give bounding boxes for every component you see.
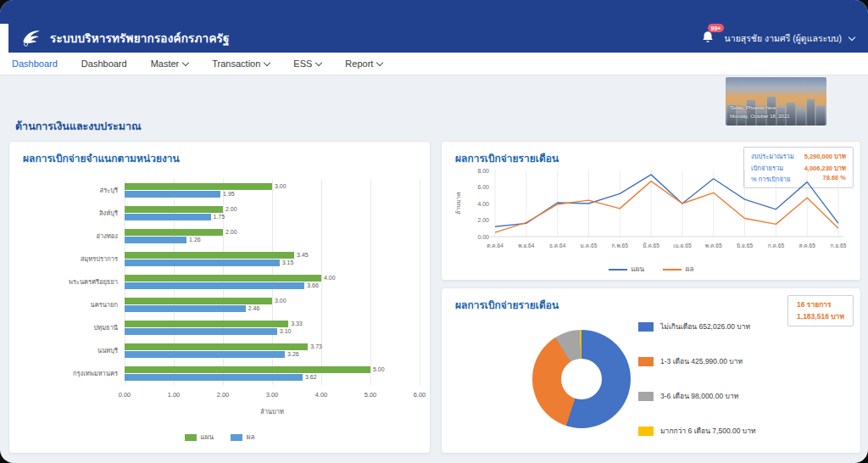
line-chart: 0.002.004.006.008.00ล้านบาทต.ค.64พ.ย.64ธ… <box>448 164 854 262</box>
bar-segment <box>125 206 223 213</box>
legend-swatch <box>638 357 654 366</box>
x-axis-label: ล้านบาท <box>125 406 420 416</box>
stat-label: งบประมาณรวม <box>751 151 794 161</box>
section-title: ด้านการเงินและงบประมาณ <box>15 118 142 135</box>
app-header: ระบบบริหารทรัพยากรองค์กรภาครัฐ 99+ นายสุ… <box>0 24 868 53</box>
bar-segment <box>125 328 277 335</box>
legend-swatch <box>663 269 682 271</box>
notification-badge: 99+ <box>708 24 725 32</box>
legend-label: มากกว่า 6 เดือน 7,500.00 บาท <box>660 425 756 437</box>
bar-value-label: 3.33 <box>291 321 303 327</box>
nav-item-label: Transaction <box>212 59 260 69</box>
legend-swatch <box>185 434 197 441</box>
bar-segment <box>125 259 280 266</box>
bar-category-label: สระบุรี <box>23 179 118 202</box>
y-axis-tick: 2.00 <box>477 217 489 223</box>
line-chart-card: ผลการเบิกจ่ายรายเดือน งบประมาณรวม5,290,0… <box>441 141 861 281</box>
bar-segment <box>125 374 303 381</box>
bar-category-label: อ่างทอง <box>23 225 118 248</box>
bar-value-label: 3.45 <box>297 252 309 259</box>
bar-category-label: ปทุมธานี <box>23 316 118 339</box>
x-axis-tick: พ.ย.64 <box>518 243 535 248</box>
x-axis-tick: มิ.ย.65 <box>737 243 754 248</box>
nav-item-ess[interactable]: ESS <box>293 59 321 69</box>
legend-swatch <box>609 269 627 271</box>
legend-item: 1-3 เดือน 425,990.00 บาท <box>638 355 756 367</box>
nav-item-transaction[interactable]: Transaction <box>212 59 270 69</box>
bar-value-label: 2.00 <box>225 229 237 236</box>
legend-item: 3-6 เดือน 98,000.00 บาท <box>638 390 756 402</box>
bar-segment <box>125 321 288 327</box>
city-banner-image: Today, Phoenix New Monday, October 18, 2… <box>726 77 826 126</box>
legend-item: ผล <box>663 264 694 275</box>
main-nav: DashboardDashboardMasterTransactionESSRe… <box>0 53 868 75</box>
bar-chart: 0.001.002.003.004.005.006.00สระบุรี3.001… <box>16 179 423 450</box>
user-menu[interactable]: 99+ นายสุรชัย งามศรี (ผู้ดูแลระบบ) <box>700 30 854 47</box>
bar-segment <box>125 366 370 373</box>
bar-value-label: 3.00 <box>275 183 287 190</box>
bar-value-label: 3.62 <box>305 374 317 381</box>
nav-item-master[interactable]: Master <box>151 59 189 69</box>
bar-value-label: 4.00 <box>324 275 336 282</box>
bar-value-label: 1.26 <box>189 237 201 243</box>
x-axis-tick: 0.00 <box>108 391 142 399</box>
bar-value-label: 3.15 <box>282 259 294 266</box>
chevron-down-icon <box>264 59 270 65</box>
legend-item: ไม่เกินเดือน 652,026.00 บาท <box>638 321 756 332</box>
x-axis-tick: ก.พ.65 <box>612 243 629 248</box>
bar-category-label: นนทบุรี <box>23 339 118 362</box>
x-axis-tick: 4.00 <box>304 391 338 399</box>
legend-label: 3-6 เดือน 98,000.00 บาท <box>660 390 738 402</box>
bar-value-label: 3.10 <box>280 328 292 335</box>
bar-segment <box>125 229 223 236</box>
legend-item: ผล <box>231 432 255 443</box>
x-axis-tick: 3.00 <box>255 391 289 399</box>
bar-segment <box>125 343 308 350</box>
nav-item-label: Dashboard <box>12 59 58 69</box>
bar-segment <box>125 191 220 198</box>
x-axis-tick: 5.00 <box>353 391 387 399</box>
items-amount: 1,183,516 บาท <box>797 311 844 323</box>
items-total-box: 16 รายการ 1,183,516 บาท <box>787 295 854 326</box>
x-axis-tick: พ.ค.65 <box>705 243 722 248</box>
notifications-button[interactable]: 99+ <box>700 30 717 47</box>
bar-chart-legend: แผนผล <box>16 432 423 443</box>
x-axis-tick: 6.00 <box>403 391 437 399</box>
nav-item-dashboard[interactable]: Dashboard <box>12 59 58 69</box>
x-axis-tick: ธ.ค.64 <box>549 243 566 248</box>
nav-item-label: ESS <box>293 59 312 69</box>
bar-value-label: 1.95 <box>223 191 235 198</box>
x-axis-tick: ก.ค.65 <box>768 243 785 248</box>
app-window: ระบบบริหารทรัพยากรองค์กรภาครัฐ 99+ นายสุ… <box>0 0 868 463</box>
nav-item-dashboard[interactable]: Dashboard <box>81 59 127 69</box>
app-logo-icon <box>20 27 42 49</box>
nav-item-label: Report <box>345 59 373 69</box>
donut-legend: ไม่เกินเดือน 652,026.00 บาท1-3 เดือน 425… <box>638 321 756 437</box>
bar-value-label: 3.26 <box>287 351 299 358</box>
y-axis-tick: 4.00 <box>477 201 489 207</box>
x-axis-tick: เม.ย.65 <box>673 243 692 248</box>
bar-category-label: กรุงเทพมหานคร <box>23 362 118 385</box>
app-title: ระบบบริหารทรัพยากรองค์กรภาครัฐ <box>50 29 230 47</box>
nav-item-report[interactable]: Report <box>345 59 382 69</box>
gridline <box>321 179 322 385</box>
chevron-down-icon <box>182 59 189 65</box>
legend-label: แผน <box>201 432 214 443</box>
banner-caption: Today, Phoenix New Monday, October 18, 2… <box>730 105 790 119</box>
bar-chart-title: ผลการเบิกจ่ายจำแนกตามหน่วยงาน <box>23 150 180 166</box>
bar-segment <box>125 351 285 358</box>
gridline <box>370 179 371 385</box>
x-axis-tick: ต.ค.64 <box>487 243 504 248</box>
legend-swatch <box>638 392 654 401</box>
y-axis-tick: 6.00 <box>477 184 489 190</box>
series-line <box>495 175 838 226</box>
bar-value-label: 3.00 <box>275 298 287 304</box>
legend-label: 1-3 เดือน 425,990.00 บาท <box>660 355 743 367</box>
bar-segment <box>125 252 294 259</box>
chevron-down-icon <box>315 59 322 65</box>
legend-item: มากกว่า 6 เดือน 7,500.00 บาท <box>638 425 756 437</box>
bar-value-label: 2.46 <box>248 305 260 312</box>
bar-segment <box>125 275 321 282</box>
legend-label: ผล <box>686 264 694 275</box>
bar-category-label: นครนายก <box>23 293 118 316</box>
